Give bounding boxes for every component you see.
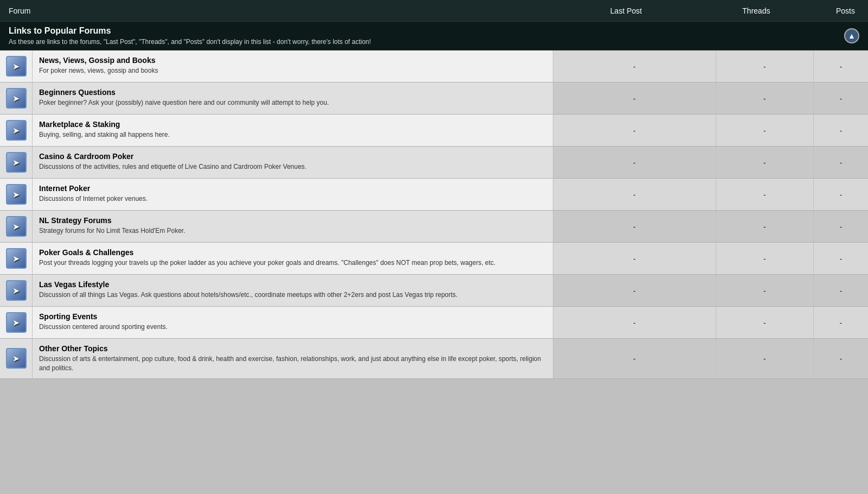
forum-lastpost-cell: - (553, 307, 716, 338)
forum-description: For poker news, views, gossip and books (39, 66, 546, 75)
forum-lastpost-cell: - (553, 211, 716, 242)
forum-lastpost-cell: - (553, 179, 716, 210)
forum-icon-cell (0, 275, 33, 306)
forum-info-cell: Las Vegas Lifestyle Discussion of all th… (33, 275, 553, 306)
forum-lastpost-cell: - (553, 147, 716, 178)
forum-icon-cell (0, 115, 33, 146)
forum-icon (6, 312, 27, 333)
forum-name-link[interactable]: Other Other Topics (39, 344, 108, 353)
table-header: Forum Last Post Threads Posts (0, 0, 868, 22)
forum-posts-cell: - (814, 243, 868, 274)
table-row: NL Strategy Forums Strategy forums for N… (0, 211, 868, 243)
forum-name-link[interactable]: Poker Goals & Challenges (39, 248, 133, 257)
header-forum: Forum (9, 7, 545, 15)
forum-description: Discussions of the activities, rules and… (39, 162, 546, 172)
forum-info-cell: Internet Poker Discussions of Internet p… (33, 179, 553, 210)
table-row: Casino & Cardroom Poker Discussions of t… (0, 147, 868, 179)
table-row: Internet Poker Discussions of Internet p… (0, 179, 868, 211)
forum-posts-cell: - (814, 115, 868, 146)
table-row: Sporting Events Discussion centered arou… (0, 307, 868, 339)
forum-posts-cell: - (814, 307, 868, 338)
forum-description: Discussion centered around sporting even… (39, 322, 546, 332)
banner-subtitle: As these are links to the forums, "Last … (9, 38, 371, 46)
forum-threads-cell: - (716, 211, 814, 242)
forum-threads-cell: - (716, 339, 814, 378)
forum-description: Buying, selling, and staking all happens… (39, 130, 546, 140)
forum-lastpost-cell: - (553, 275, 716, 306)
forum-name-link[interactable]: Sporting Events (39, 312, 97, 321)
forum-threads-cell: - (716, 147, 814, 178)
forum-threads-cell: - (716, 307, 814, 338)
forum-name-link[interactable]: Casino & Cardroom Poker (39, 152, 133, 161)
forum-icon-cell (0, 307, 33, 338)
forum-icon-cell (0, 50, 33, 82)
forum-posts-cell: - (814, 83, 868, 114)
forum-info-cell: Poker Goals & Challenges Post your threa… (33, 243, 553, 274)
forum-threads-cell: - (716, 115, 814, 146)
table-row: Poker Goals & Challenges Post your threa… (0, 243, 868, 275)
forum-icon-cell (0, 211, 33, 242)
table-row: Other Other Topics Discussion of arts & … (0, 339, 868, 379)
forum-lastpost-cell: - (553, 243, 716, 274)
table-row: Las Vegas Lifestyle Discussion of all th… (0, 275, 868, 307)
forum-icon (6, 280, 27, 301)
forum-info-cell: Casino & Cardroom Poker Discussions of t… (33, 147, 553, 178)
forum-posts-cell: - (814, 211, 868, 242)
forum-threads-cell: - (716, 275, 814, 306)
forum-icon (6, 120, 27, 141)
forum-posts-cell: - (814, 275, 868, 306)
forum-info-cell: NL Strategy Forums Strategy forums for N… (33, 211, 553, 242)
forum-posts-cell: - (814, 339, 868, 378)
forum-info-cell: Other Other Topics Discussion of arts & … (33, 339, 553, 378)
forum-icon (6, 56, 27, 77)
forum-lastpost-cell: - (553, 339, 716, 378)
arrow-up-icon: ▲ (848, 31, 856, 40)
header-posts: Posts (805, 7, 859, 15)
forum-lastpost-cell: - (553, 83, 716, 114)
forum-icon (6, 152, 27, 173)
links-banner: Links to Popular Forums As these are lin… (0, 22, 868, 50)
forum-name-link[interactable]: Internet Poker (39, 184, 90, 193)
forum-description: Discussion of arts & entertainment, pop … (39, 354, 546, 373)
forum-description: Strategy forums for No Limit Texas Hold'… (39, 226, 546, 236)
forum-description: Discussion of all things Las Vegas. Ask … (39, 290, 546, 300)
table-row: Marketplace & Staking Buying, selling, a… (0, 115, 868, 147)
forum-info-cell: Marketplace & Staking Buying, selling, a… (33, 115, 553, 146)
forum-name-link[interactable]: News, Views, Gossip and Books (39, 56, 155, 65)
forum-icon-cell (0, 83, 33, 114)
forum-icon (6, 216, 27, 237)
forum-posts-cell: - (814, 179, 868, 210)
forum-threads-cell: - (716, 243, 814, 274)
forum-icon-cell (0, 339, 33, 378)
forum-lastpost-cell: - (553, 115, 716, 146)
forum-icon (6, 88, 27, 109)
forum-name-link[interactable]: Beginners Questions (39, 88, 116, 97)
scroll-up-button[interactable]: ▲ (844, 28, 859, 43)
forum-info-cell: Beginners Questions Poker beginner? Ask … (33, 83, 553, 114)
table-row: News, Views, Gossip and Books For poker … (0, 50, 868, 83)
forum-info-cell: Sporting Events Discussion centered arou… (33, 307, 553, 338)
forum-info-cell: News, Views, Gossip and Books For poker … (33, 50, 553, 82)
forum-threads-cell: - (716, 83, 814, 114)
banner-title: Links to Popular Forums (9, 26, 371, 36)
forum-description: Post your threads logging your travels u… (39, 258, 546, 268)
header-threads: Threads (707, 7, 805, 15)
forum-lastpost-cell: - (553, 50, 716, 82)
forum-name-link[interactable]: Marketplace & Staking (39, 120, 120, 129)
header-lastpost: Last Post (545, 7, 707, 15)
forum-list: News, Views, Gossip and Books For poker … (0, 50, 868, 379)
forum-posts-cell: - (814, 147, 868, 178)
forum-icon (6, 348, 27, 369)
forum-icon-cell (0, 243, 33, 274)
forum-name-link[interactable]: Las Vegas Lifestyle (39, 280, 109, 289)
forum-icon-cell (0, 147, 33, 178)
forum-name-link[interactable]: NL Strategy Forums (39, 216, 112, 225)
forum-threads-cell: - (716, 179, 814, 210)
forum-description: Poker beginner? Ask your (possibly) naiv… (39, 98, 546, 107)
forum-icon (6, 184, 27, 205)
forum-description: Discussions of Internet poker venues. (39, 194, 546, 204)
forum-posts-cell: - (814, 50, 868, 82)
table-row: Beginners Questions Poker beginner? Ask … (0, 83, 868, 115)
forum-icon-cell (0, 179, 33, 210)
forum-icon (6, 248, 27, 269)
